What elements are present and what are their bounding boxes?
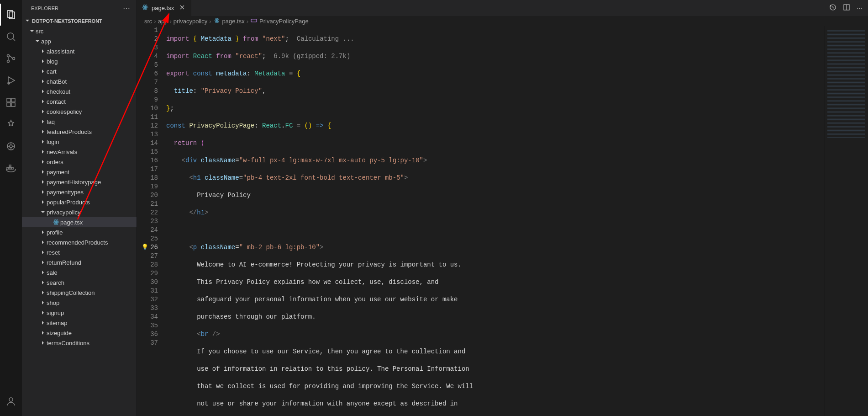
tree-folder-cart[interactable]: cart	[22, 66, 137, 76]
project-root[interactable]: DOTPOT-NEXTSTOREFRONT	[22, 16, 137, 26]
split-editor-icon[interactable]	[843, 4, 850, 12]
explorer-sidebar: EXPLORER ⋯ DOTPOT-NEXTSTOREFRONT src app…	[22, 0, 137, 416]
activity-extra-1[interactable]	[0, 113, 22, 135]
activity-docker[interactable]	[0, 157, 22, 179]
tree-folder-aiassistant[interactable]: aiassistant	[22, 46, 137, 56]
tree-folder-profile[interactable]: profile	[22, 227, 137, 237]
react-file-icon	[142, 4, 149, 12]
symbol-variable-icon	[250, 17, 258, 26]
svg-point-6	[13, 58, 15, 60]
svg-rect-19	[7, 167, 9, 169]
more-actions-icon[interactable]: ⋯	[857, 5, 863, 11]
svg-rect-9	[7, 98, 11, 102]
lightbulb-icon[interactable]: 💡	[142, 243, 148, 252]
explorer-more-icon[interactable]: ⋯	[123, 4, 131, 12]
tree-folder-app[interactable]: app	[22, 36, 137, 46]
svg-rect-22	[9, 165, 11, 167]
chevron-right-icon: ›	[247, 18, 248, 25]
activity-extensions[interactable]	[0, 91, 22, 113]
chevron-right-icon: ›	[154, 18, 156, 25]
tree-folder-sale[interactable]: sale	[22, 267, 137, 277]
chevron-right-icon: ›	[169, 18, 171, 25]
svg-rect-10	[11, 98, 15, 102]
activity-accounts[interactable]	[0, 390, 22, 412]
tree-folder-shop[interactable]: shop	[22, 298, 137, 308]
tree-folder-sitemap[interactable]: sitemap	[22, 318, 137, 328]
editor-actions: ⋯	[829, 0, 868, 16]
tree-folder-signup[interactable]: signup	[22, 308, 137, 318]
svg-rect-20	[9, 167, 11, 169]
svg-point-5	[7, 60, 10, 63]
tree-folder-chatBot[interactable]: chatBot	[22, 76, 137, 86]
react-file-icon	[213, 17, 221, 26]
react-file-icon	[52, 219, 60, 226]
activity-search[interactable]	[0, 26, 22, 48]
tree-folder-returnRefund[interactable]: returnRefund	[22, 257, 137, 267]
activity-explorer[interactable]	[0, 4, 22, 26]
line-gutter: 1234567891011121314151617181920212223242…	[137, 26, 166, 416]
explorer-header: EXPLORER ⋯	[22, 0, 137, 16]
tab-label: page.tsx	[152, 5, 174, 11]
tree-folder-blog[interactable]: blog	[22, 56, 137, 66]
timeline-icon[interactable]	[829, 4, 836, 12]
activity-run-debug[interactable]	[0, 69, 22, 91]
tree-folder-popularProducts[interactable]: popularProducts	[22, 197, 137, 207]
tree-folder-reset[interactable]: reset	[22, 247, 137, 257]
tree-folder-privacypolicy[interactable]: privacypolicy	[22, 207, 137, 217]
tree-folder-paymentHistorypage[interactable]: paymentHistorypage	[22, 177, 137, 187]
tree-folder-paymenttypes[interactable]: paymenttypes	[22, 187, 137, 197]
code-content[interactable]: import { Metadata } from "next"; Calcula…	[166, 26, 824, 416]
tree-folder-checkout[interactable]: checkout	[22, 86, 137, 96]
tree-folder-src[interactable]: src	[22, 26, 137, 36]
code-editor[interactable]: 1234567891011121314151617181920212223242…	[137, 26, 868, 416]
tree-folder-contact[interactable]: contact	[22, 96, 137, 107]
svg-point-4	[7, 55, 10, 57]
tree-folder-login[interactable]: login	[22, 137, 137, 147]
svg-point-23	[9, 398, 13, 401]
tree-folder-recommendedProducts[interactable]: recommendedProducts	[22, 237, 137, 247]
tree-folder-newArrivals[interactable]: newArrivals	[22, 147, 137, 157]
breadcrumb[interactable]: src › app › privacypolicy › page.tsx › P…	[137, 16, 868, 26]
tree-folder-orders[interactable]: orders	[22, 157, 137, 167]
file-tree[interactable]: src app aiassistantblogcartchatBotchecko…	[22, 26, 137, 416]
svg-point-8	[8, 82, 10, 84]
svg-rect-11	[7, 103, 11, 107]
tree-folder-featuredProducts[interactable]: featuredProducts	[22, 127, 137, 137]
tree-folder-faq[interactable]: faq	[22, 117, 137, 127]
svg-rect-41	[251, 19, 257, 22]
editor-area: page.tsx ⋯ src › app › privacypolicy › p…	[137, 0, 868, 416]
import-cost-hint: 6.9k (gzipped: 2.7k)	[274, 53, 350, 60]
tree-file-page-tsx[interactable]: · page.tsx	[22, 217, 137, 227]
svg-point-2	[7, 33, 14, 39]
svg-point-13	[10, 145, 12, 148]
tree-folder-shippingCollection[interactable]: shippingCollection	[22, 288, 137, 298]
svg-point-37	[216, 20, 217, 21]
chevron-right-icon: ›	[209, 18, 211, 25]
tree-folder-cookiespolicy[interactable]: cookiespolicy	[22, 107, 137, 117]
tree-folder-search[interactable]: search	[22, 277, 137, 288]
tree-folder-sizeguide[interactable]: sizeguide	[22, 328, 137, 338]
activity-extra-2[interactable]	[0, 135, 22, 157]
svg-point-28	[145, 7, 146, 8]
svg-rect-12	[11, 103, 15, 107]
activity-source-control[interactable]	[0, 48, 22, 69]
tree-folder-termsConditions[interactable]: termsConditions	[22, 338, 137, 348]
minimap[interactable]	[824, 26, 868, 416]
svg-marker-7	[8, 77, 15, 84]
svg-rect-21	[11, 167, 13, 169]
activity-bar	[0, 0, 22, 416]
tab-page-tsx[interactable]: page.tsx	[137, 0, 192, 16]
tab-bar: page.tsx ⋯	[137, 0, 868, 16]
explorer-title: EXPLORER	[31, 5, 58, 11]
import-cost-hint: Calculating ...	[297, 35, 354, 43]
tab-close-icon[interactable]	[179, 4, 186, 12]
tree-folder-payment[interactable]: payment	[22, 167, 137, 177]
svg-point-24	[56, 222, 57, 223]
svg-line-3	[13, 38, 15, 41]
project-name: DOTPOT-NEXTSTOREFRONT	[32, 18, 102, 24]
